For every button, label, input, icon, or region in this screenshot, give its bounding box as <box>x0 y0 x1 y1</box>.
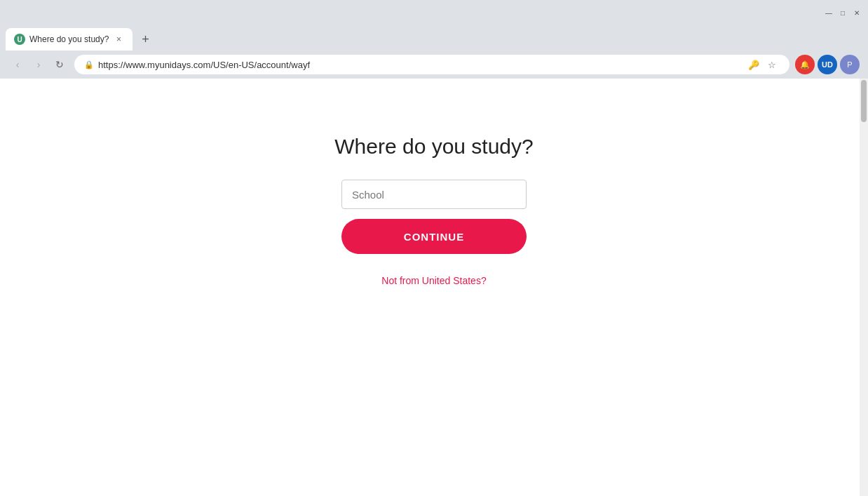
url-actions: 🔑 ☆ <box>746 57 780 72</box>
key-icon[interactable]: 🔑 <box>746 57 761 72</box>
profile-button[interactable]: P <box>840 55 860 74</box>
scrollbar[interactable] <box>860 79 868 496</box>
url-text: https://www.myunidays.com/US/en-US/accou… <box>98 60 742 70</box>
page-content: Where do you study? CONTINUE Not from Un… <box>0 79 868 496</box>
star-icon[interactable]: ☆ <box>764 57 780 72</box>
address-bar: ‹ › ↻ 🔒 https://www.myunidays.com/US/en-… <box>0 51 868 79</box>
window-controls: — □ ✕ <box>823 7 862 18</box>
close-window-button[interactable]: ✕ <box>851 7 862 18</box>
nav-buttons: ‹ › ↻ <box>8 55 69 74</box>
browser-actions: 🔔 UD P <box>795 55 860 74</box>
minimize-button[interactable]: — <box>823 7 834 18</box>
forward-button[interactable]: › <box>29 55 48 74</box>
page-title: Where do you study? <box>334 135 534 159</box>
extension-ud-button[interactable]: UD <box>818 55 837 74</box>
extension-alert-button[interactable]: 🔔 <box>795 55 815 74</box>
tab-bar: U Where do you study? × + <box>0 25 868 51</box>
title-bar: — □ ✕ <box>0 0 868 25</box>
new-tab-button[interactable]: + <box>135 29 155 49</box>
url-bar[interactable]: 🔒 https://www.myunidays.com/US/en-US/acc… <box>74 55 789 74</box>
tab-title: Where do you study? <box>29 34 109 44</box>
not-from-link[interactable]: Not from United States? <box>381 275 486 286</box>
back-button[interactable]: ‹ <box>8 55 27 74</box>
browser-window: — □ ✕ U Where do you study? × + <box>0 0 868 496</box>
tab-favicon: U <box>14 34 25 45</box>
active-tab[interactable]: U Where do you study? × <box>6 28 133 51</box>
refresh-button[interactable]: ↻ <box>50 55 69 74</box>
tab-close-button[interactable]: × <box>113 34 124 45</box>
maximize-button[interactable]: □ <box>837 7 848 18</box>
continue-button[interactable]: CONTINUE <box>341 219 527 254</box>
lock-icon: 🔒 <box>84 60 94 69</box>
scrollbar-thumb[interactable] <box>861 80 867 122</box>
school-input[interactable] <box>341 180 527 209</box>
